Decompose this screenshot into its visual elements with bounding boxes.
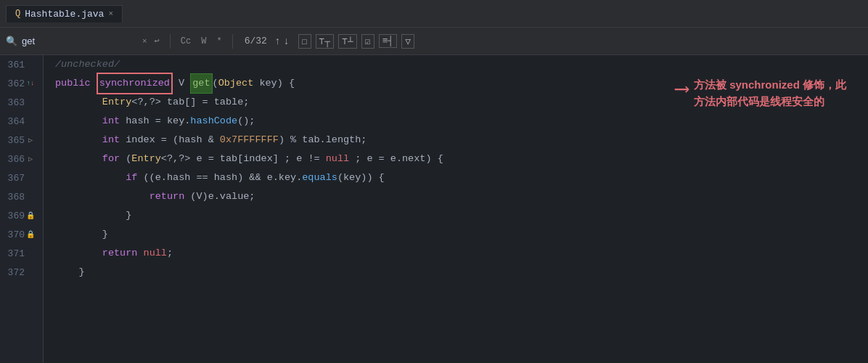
generic2: <?,?> e = tab[index] ; e [161, 150, 308, 168]
code-line-372: } [44, 263, 868, 282]
case-sensitive-btn[interactable]: Cc [178, 36, 194, 47]
kw-public: public [55, 74, 91, 93]
code-line-368: return (V)e.value; [44, 187, 868, 206]
extra-btn3[interactable]: ⊤┴ [338, 34, 357, 49]
for-params: ( [120, 150, 131, 168]
code-line-365: int index = (hash & 0x7FFFFFFF ) % tab.l… [44, 131, 868, 150]
extra-btn4[interactable]: ☑ [361, 34, 374, 49]
indent9 [55, 244, 102, 263]
fn-get: get [190, 73, 212, 94]
code-wrapper: ⟶ 方法被 synchronized 修饰，此方法内部代码是线程安全的 /unc… [44, 55, 868, 282]
line-row-362: 362 ↑ ↓ [0, 74, 43, 93]
code-line-369: } [44, 206, 868, 225]
brace3: } [78, 263, 84, 282]
kw-synchronized: synchronized [97, 73, 173, 94]
search-bar: 🔍 × ↩ Cc W * 6/32 ↑ ↓ ☐ ⊤┬ ⊤┴ ☑ ≡┤ ▽ [0, 28, 868, 55]
extra-btn2[interactable]: ⊤┬ [316, 34, 335, 49]
generic: <?,?> [131, 93, 167, 112]
code-line-371: return null ; [44, 244, 868, 263]
annotation-arrow-icon: ⟶ [676, 80, 688, 100]
line-marker-369: 🔒 [25, 211, 36, 220]
line-row-367: 367 [0, 168, 43, 187]
comment-361: /unchecked/ [55, 55, 120, 74]
type-entry: Entry [102, 93, 132, 112]
indent10 [55, 263, 78, 282]
search-nav: ↑ ↓ [274, 36, 290, 47]
line-row-365: 365 ▷ [0, 131, 43, 150]
tab-icon: Q [15, 9, 20, 19]
line-marker-362: ↑ ↓ [25, 80, 36, 87]
marker-lock-370: 🔒 [26, 230, 35, 239]
marker-down-icon: ↓ [30, 80, 34, 87]
semicolon: ; [167, 244, 173, 263]
line-num-368: 368 [3, 192, 25, 203]
kw-return1: return [150, 187, 185, 206]
tab-close-btn[interactable]: × [108, 9, 113, 18]
indent6 [55, 187, 150, 206]
search-clear-btn[interactable]: × [142, 37, 147, 46]
code-line-366: for ( Entry <?,?> e = tab[index] ; e != … [44, 150, 868, 168]
line-num-370: 370 [3, 229, 25, 240]
search-divider [170, 34, 171, 49]
line-marker-365: ▷ [25, 136, 36, 144]
marker-arrow-365: ▷ [28, 136, 33, 144]
marker-arrow-366: ▷ [28, 155, 33, 163]
var-tab: tab[] = table; [167, 93, 249, 112]
extra-btn5[interactable]: ≡┤ [379, 34, 398, 48]
if-cond: ((e.hash == hash) && e.key. [137, 168, 302, 187]
null-val [137, 244, 143, 263]
whole-word-btn[interactable]: W [198, 36, 209, 47]
search-extra: ☐ ⊤┬ ⊤┴ ☑ ≡┤ ▽ [298, 34, 414, 49]
search-count: 6/32 [245, 36, 267, 46]
line-num-362: 362 [3, 78, 25, 89]
file-tab[interactable]: Q Hashtable.java × [6, 5, 123, 23]
kw-if: if [126, 168, 137, 187]
indent2 [55, 112, 102, 131]
nav-up-btn[interactable]: ↑ [274, 36, 280, 47]
line-num-363: 363 [3, 97, 25, 108]
code-line-361: /unchecked/ [44, 55, 868, 74]
line-row-371: 371 [0, 244, 43, 263]
line-num-365: 365 [3, 135, 25, 146]
line-marker-366: ▷ [25, 155, 36, 163]
search-input[interactable] [22, 36, 138, 46]
top-bar: Q Hashtable.java × [0, 0, 868, 28]
search-divider2 [232, 34, 233, 49]
params: ( [213, 74, 218, 93]
regex-btn[interactable]: * [213, 36, 224, 47]
nav-down-btn[interactable]: ↓ [283, 36, 289, 47]
line-row-370: 370 🔒 [0, 225, 43, 244]
indent7 [55, 206, 126, 225]
line-row-364: 364 [0, 112, 43, 131]
code-content: ⟶ 方法被 synchronized 修饰，此方法内部代码是线程安全的 /unc… [44, 55, 868, 363]
search-replace-btn[interactable]: ↩ [152, 35, 163, 47]
indent5 [55, 168, 126, 187]
index-calc: index = (hash & [120, 131, 220, 150]
space3: hash = key. [120, 112, 190, 131]
extra-btn1[interactable]: ☐ [298, 34, 311, 49]
line-row-361: 361 [0, 55, 43, 74]
line-row-363: 363 [0, 93, 43, 112]
brace1: } [126, 206, 131, 225]
modulo: ) % tab.length; [279, 131, 367, 150]
annotation: ⟶ 方法被 synchronized 修饰，此方法内部代码是线程安全的 [676, 77, 853, 110]
line-num-371: 371 [3, 248, 25, 259]
brace2: } [102, 225, 108, 244]
method-hashcode: hashCode [190, 112, 237, 131]
line-row-366: 366 ▷ [0, 150, 43, 168]
kw-int2: int [102, 131, 120, 150]
param-key: key) { [253, 74, 295, 93]
extra-btn6[interactable]: ▽ [401, 34, 414, 49]
kw-int1: int [102, 112, 120, 131]
line-num-366: 366 [3, 154, 25, 165]
tab-filename: Hashtable.java [25, 9, 104, 20]
cast: (V)e.value; [184, 187, 255, 206]
line-num-369: 369 [3, 211, 25, 221]
paren1: (); [237, 112, 255, 131]
method-equals: equals [302, 168, 337, 187]
sep: ; e = e.next) { [349, 150, 443, 168]
line-num-372: 372 [3, 267, 25, 278]
if-close: (key)) { [337, 168, 385, 187]
line-row-368: 368 [0, 187, 43, 206]
type-entry2: Entry [131, 150, 161, 168]
